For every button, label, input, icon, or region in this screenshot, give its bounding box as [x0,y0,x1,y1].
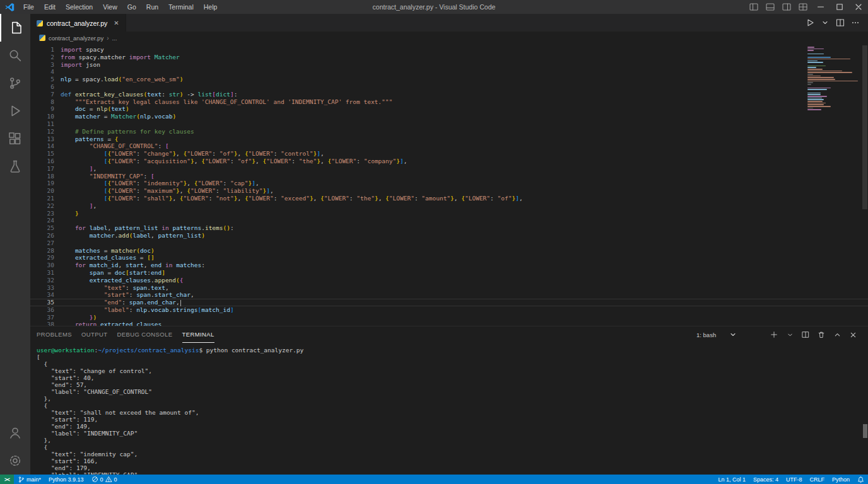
menu-item-selection[interactable]: Selection [61,0,98,14]
minimap-line [807,77,834,78]
terminal-line: }, [37,395,868,402]
editor-scrollbar-thumb[interactable] [862,45,867,209]
minimap[interactable] [807,47,859,111]
kill-terminal-trash-icon[interactable] [816,328,826,341]
menu-item-view[interactable]: View [98,0,122,14]
customize-layout-icon[interactable] [795,0,811,14]
line-number: 38 [38,321,54,326]
minimap-line [807,76,821,77]
interpreter-label: Python 3.9.13 [49,476,84,483]
cursor-position-indicator[interactable]: Ln 1, Col 1 [714,475,749,484]
indentation-indicator[interactable]: Spaces: 4 [749,475,782,484]
code-text: [{"LOWER": "acquisition"}, {"LOWER": "of… [61,158,407,165]
encoding-indicator[interactable]: UTF-8 [782,475,806,484]
settings-gear-icon [8,454,22,468]
menu-item-file[interactable]: File [18,0,39,14]
editor-scrollbar[interactable] [862,44,868,326]
python-interpreter-indicator[interactable]: Python 3.9.13 [45,475,88,484]
terminal-shell-dropdown[interactable]: 1: bash [694,331,763,339]
tab-close-icon[interactable]: ✕ [114,20,119,26]
panel-tab-problems[interactable]: PROBLEMS [37,326,72,343]
minimize-button[interactable] [811,0,830,14]
code-text: matcher = Matcher(nlp.vocab) [61,113,176,120]
code-line: 5nlp = spacy.load("en_core_web_sm") [30,76,868,83]
python-file-icon [39,35,45,41]
menu-item-go[interactable]: Go [122,0,141,14]
status-bar-right: Ln 1, Col 1 Spaces: 4 UTF-8 CRLF Python [714,475,868,484]
menu-item-edit[interactable]: Edit [39,0,61,14]
testing-icon [8,159,22,173]
maximize-button[interactable] [830,0,849,14]
activity-settings-gear-icon[interactable] [0,447,30,475]
line-number: 8 [38,98,54,106]
code-text: "CHANGE_OF_CONTROL": [ [61,142,169,150]
notifications-bell-icon[interactable] [853,475,868,484]
account-icon [8,426,22,440]
run-python-file-icon[interactable] [804,16,816,30]
code-text: span = doc[start:end] [61,269,165,277]
line-number: 15 [38,150,54,158]
panel-tabs: PROBLEMSOUTPUTDEBUG CONSOLETERMINAL [37,326,224,343]
tab-contract-analyzer[interactable]: contract_analyzer.py ✕ [30,14,126,32]
code-text: import json [61,61,100,69]
line-number: 11 [38,120,54,128]
code-editor[interactable]: 1import spacy2from spacy.matcher import … [30,44,868,326]
git-branch-icon [18,476,25,483]
menu-item-terminal[interactable]: Terminal [163,0,199,14]
split-terminal-icon[interactable] [801,328,811,341]
errors-count: 0 [100,476,103,483]
git-branch-indicator[interactable]: main* [14,475,45,484]
activity-explorer-icon[interactable] [0,14,30,42]
problems-indicator[interactable]: 0 0 [88,475,121,484]
code-line: 33 "text": span.text, [30,284,868,292]
panel-tab-terminal[interactable]: TERMINAL [182,326,214,343]
activity-search-icon[interactable] [0,42,30,69]
text-cursor [180,300,181,306]
close-panel-icon[interactable] [848,328,858,341]
code-line: 32 extracted_clauses.append({ [30,277,868,284]
toggle-sidebar-icon[interactable] [746,0,762,14]
menu-item-help[interactable]: Help [199,0,223,14]
eol-indicator[interactable]: CRLF [806,475,828,484]
maximize-panel-chevron-up-icon[interactable] [832,328,842,341]
line-number: 3 [38,61,54,69]
panel-tab-output[interactable]: OUTPUT [81,326,107,343]
minimap-line [807,82,813,83]
new-terminal-icon[interactable] [769,328,779,341]
code-text: } [61,210,79,217]
line-number: 2 [38,54,54,61]
menu-item-run[interactable]: Run [141,0,163,14]
activity-run-debug-icon[interactable] [0,97,30,125]
terminal-scrollbar-thumb[interactable] [863,424,867,438]
terminal-output[interactable]: user@workstation:~/projects/contract_ana… [30,343,868,475]
code-text: from spacy.matcher import Matcher [61,54,180,61]
code-line: 21 [{"LOWER": "shall"}, {"LOWER": "not"}… [30,195,868,202]
language-mode-indicator[interactable]: Python [828,475,853,484]
remote-indicator[interactable]: >< [0,475,14,484]
breadcrumb-file[interactable]: contract_analyzer.py [49,35,103,42]
code-text: def extract_key_clauses(text: str) -> li… [61,91,237,98]
activity-account-icon[interactable] [0,419,30,447]
code-line: 22 ], [30,202,868,210]
toggle-panel-icon[interactable] [762,0,778,14]
more-actions-icon[interactable] [849,16,862,30]
activity-testing-icon[interactable] [0,153,30,180]
run-dropdown-chevron-icon[interactable] [819,16,831,30]
activity-extensions-icon[interactable] [0,125,30,153]
code-text: import spacy [61,46,104,54]
breadcrumb-symbol-more[interactable]: ... [112,35,117,42]
minimap-line [807,91,809,92]
activity-source-control-icon[interactable] [0,69,30,97]
minimap-line [807,50,814,51]
terminal-profile-chevron-icon[interactable] [785,328,795,341]
terminal-line: }, [37,437,868,444]
terminal-line: "text": "indemnity cap", [37,451,868,458]
code-text: "INDEMNITY_CAP": [ [61,173,155,180]
toggle-secondary-sidebar-icon[interactable] [778,0,795,14]
panel-tab-debug-console[interactable]: DEBUG CONSOLE [117,326,172,343]
code-line: 24 [30,217,868,224]
split-editor-icon[interactable] [834,16,847,30]
code-text: [{"LOWER": "shall"}, {"LOWER": "not"}, {… [61,195,523,202]
terminal-line: "label": "INDEMNITY_CAP" [37,430,868,437]
close-window-button[interactable] [849,0,868,14]
